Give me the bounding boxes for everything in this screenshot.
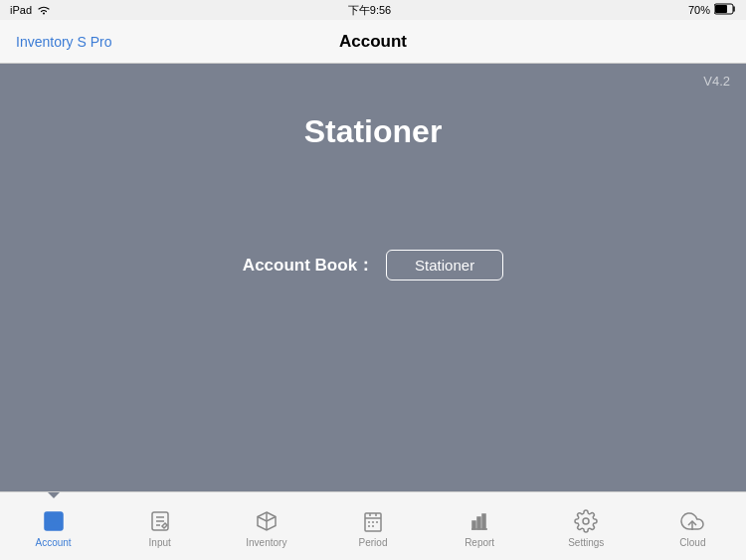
svg-rect-22 [482,514,485,529]
device-label: iPad [10,4,32,16]
input-icon [147,508,173,534]
tab-input-label: Input [149,537,171,548]
period-icon [360,508,386,534]
tab-account[interactable]: Account [0,492,106,560]
svg-point-23 [583,518,589,524]
app-name: Stationer [304,113,443,150]
inventory-icon [254,508,280,534]
tab-settings-label: Settings [568,537,604,548]
tab-report[interactable]: Report [427,492,533,560]
nav-bar: Inventory S Pro Account [0,20,746,64]
svg-rect-1 [715,5,727,13]
tab-cloud[interactable]: Cloud [640,492,746,560]
account-book-button[interactable]: Stationer [386,250,503,280]
app-title: Inventory S Pro [16,34,112,50]
account-icon [41,508,67,534]
tab-bar: Account Input Inventory [0,491,746,560]
cloud-icon [679,508,705,534]
svg-rect-21 [477,517,480,529]
tab-report-label: Report [465,537,494,548]
active-indicator [48,492,60,498]
time-label: 下午9:56 [348,4,391,16]
settings-icon [573,508,599,534]
main-content: V4.2 Stationer Account Book： Stationer [0,64,746,491]
wifi-icon [37,4,51,17]
version-label: V4.2 [703,74,730,89]
battery-label: 70% [688,4,710,16]
status-bar: iPad 下午9:56 70% [0,0,746,20]
svg-rect-20 [472,521,475,529]
tab-cloud-label: Cloud [679,537,705,548]
account-book-label: Account Book： [243,254,374,277]
tab-inventory[interactable]: Inventory [213,492,319,560]
tab-inventory-label: Inventory [246,537,286,548]
battery-icon [714,3,736,17]
nav-title: Account [339,32,407,52]
tab-settings[interactable]: Settings [533,492,640,560]
tab-period[interactable]: Period [319,492,426,560]
tab-period-label: Period [359,537,388,548]
tab-input[interactable]: Input [106,492,213,560]
account-book-row: Account Book： Stationer [243,250,503,280]
report-icon [466,508,492,534]
tab-account-label: Account [36,537,72,548]
